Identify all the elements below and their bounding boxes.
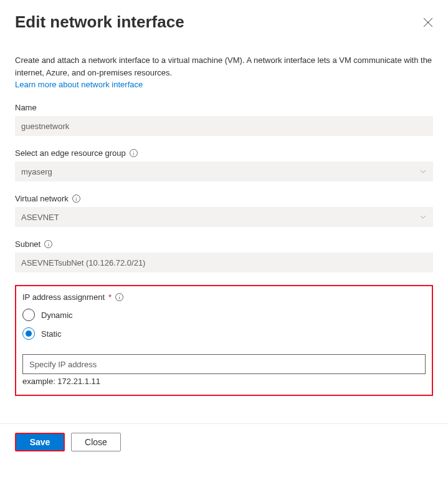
ip-example-text: example: 172.21.1.11 [22,377,426,386]
ip-address-input[interactable] [22,354,426,374]
subnet-label: Subnet [15,239,41,249]
save-button[interactable]: Save [15,433,65,451]
vnet-select: ASEVNET [15,207,433,227]
radio-icon [22,327,35,340]
field-name: Name [15,103,433,136]
field-resource-group: Select an edge resource group i myaserg [15,148,433,181]
info-icon[interactable]: i [44,240,52,248]
panel-header: Edit network interface [15,12,433,32]
name-label: Name [15,103,433,112]
field-vnet: Virtual network i ASEVNET [15,194,433,227]
resource-group-select: myaserg [15,161,433,181]
resource-group-value: myaserg [21,167,52,176]
radio-dynamic[interactable]: Dynamic [22,306,426,324]
resource-group-label: Select an edge resource group [15,148,126,158]
info-icon[interactable]: i [72,195,80,203]
vnet-label: Virtual network [15,194,69,203]
radio-icon [22,309,35,321]
vnet-value: ASEVNET [21,213,59,222]
info-icon[interactable]: i [115,293,123,301]
radio-dynamic-label: Dynamic [41,311,73,320]
footer-actions: Save Close [0,433,448,451]
required-asterisk: * [108,292,112,302]
footer-divider [0,423,448,424]
field-subnet: Subnet i [15,239,433,272]
chevron-down-icon [419,168,427,175]
chevron-down-icon [419,213,427,221]
name-input [15,116,433,136]
close-icon[interactable] [423,17,433,27]
close-button[interactable]: Close [71,433,121,451]
info-icon[interactable]: i [130,149,138,157]
ip-assignment-section: IP address assignment * i Dynamic Static… [15,285,433,396]
description-text: Create and attach a network interface to… [15,54,433,79]
ip-assignment-label: IP address assignment [22,292,105,302]
radio-static-label: Static [41,329,62,339]
learn-more-link[interactable]: Learn more about network interface [15,80,143,89]
subnet-input [15,253,433,272]
radio-static[interactable]: Static [22,324,426,343]
page-title: Edit network interface [15,12,184,32]
